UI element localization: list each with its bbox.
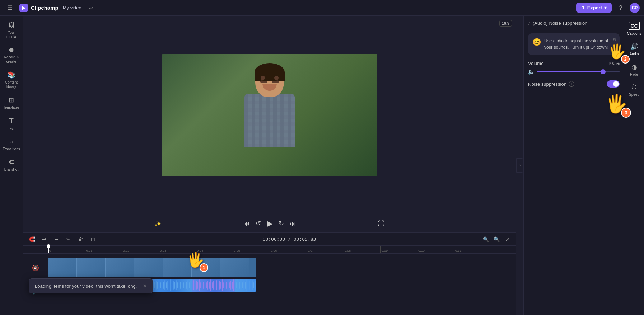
ruler-marks: 0 0:01 0:02 0:03 0:04 0:05 0:06 0:07 0:0… <box>48 246 491 253</box>
svg-rect-132 <box>236 282 237 288</box>
svg-rect-99 <box>190 281 191 290</box>
sidebar-item-text[interactable]: T Text <box>1 114 22 134</box>
avatar[interactable]: CP <box>630 3 640 13</box>
topbar-actions: ⬆ Export ▾ ? CP <box>576 3 640 13</box>
cut-tool[interactable]: ✂ <box>64 235 73 244</box>
aspect-ratio-badge[interactable]: 16:9 <box>499 20 512 27</box>
fit-timeline-button[interactable]: ⤢ <box>503 235 512 244</box>
svg-rect-126 <box>228 280 228 290</box>
video-title-button[interactable]: My video <box>63 5 81 10</box>
rewind-button[interactable]: ↺ <box>252 218 264 229</box>
playhead[interactable] <box>48 246 49 253</box>
sidebar-item-transitions[interactable]: ↔ Transitions <box>1 135 22 154</box>
svg-rect-82 <box>166 282 167 288</box>
fade-icon: ◑ <box>631 63 637 71</box>
video-track[interactable] <box>48 258 256 277</box>
tooltip-card: 😊 Use audio to adjust the volume of your… <box>528 33 620 55</box>
video-thumb-3 <box>106 258 134 277</box>
rstrip-tab-speed[interactable]: ⏱ Speed <box>625 81 643 99</box>
export-button[interactable]: ⬆ Export ▾ <box>576 3 612 13</box>
right-icon-strip: CC Captions 🔊 Audio ◑ Fade ⏱ Speed <box>624 16 644 315</box>
svg-rect-84 <box>169 282 169 289</box>
sidebar-item-record-create[interactable]: ⏺ Record & create <box>1 43 22 67</box>
ruler-mark-2: 0:02 <box>122 246 159 253</box>
ruler-mark-6: 0:06 <box>270 246 307 253</box>
playhead-handle[interactable] <box>47 244 50 248</box>
sidebar-item-templates[interactable]: ⊞ Templates <box>1 93 22 113</box>
split-tool[interactable]: ⊡ <box>88 235 98 244</box>
toast-notification: Loading items for your video, this won't… <box>29 278 153 293</box>
menu-icon: ☰ <box>7 4 12 11</box>
timeline-ruler: 0 0:01 0:02 0:03 0:04 0:05 0:06 0:07 0:0… <box>23 246 516 254</box>
svg-rect-140 <box>248 282 248 288</box>
captions-icon: CC <box>629 22 639 30</box>
export-chevron-icon: ▾ <box>604 5 607 10</box>
collapse-panel-button[interactable]: › <box>516 158 523 173</box>
preview-area: 16:9 <box>23 16 516 215</box>
svg-rect-141 <box>249 281 250 290</box>
rstrip-tab-audio[interactable]: 🔊 Audio <box>625 40 643 59</box>
noise-suppression-row: Noise suppression i <box>528 80 620 88</box>
fast-forward-button[interactable]: ↻ <box>275 218 287 229</box>
play-button[interactable]: ▶ <box>264 218 275 229</box>
magnet-tool[interactable]: 🧲 <box>27 235 37 244</box>
video-track-label: 🔇 <box>23 258 48 277</box>
video-thumb-5 <box>163 258 192 277</box>
volume-value: 100% <box>608 61 620 66</box>
ruler-track: 0 0:01 0:02 0:03 0:04 0:05 0:06 0:07 0:0… <box>48 246 491 253</box>
undo-icon-button[interactable]: ↩ <box>86 3 97 13</box>
app-name: Clipchamp <box>31 5 59 11</box>
app-logo: ▶ Clipchamp <box>19 4 59 12</box>
rstrip-tab-fade[interactable]: ◑ Fade <box>625 60 643 79</box>
rstrip-tab-captions[interactable]: CC Captions <box>625 19 643 38</box>
sidebar: 🖼 Your media ⏺ Record & create 📚 Content… <box>0 16 23 315</box>
music-note-icon: ♪ <box>528 20 531 26</box>
toast-close-button[interactable]: ✕ <box>143 283 147 289</box>
svg-rect-75 <box>156 281 157 290</box>
sidebar-item-your-media[interactable]: 🖼 Your media <box>1 19 22 42</box>
video-thumb-6 <box>192 258 220 277</box>
svg-rect-128 <box>230 281 231 290</box>
svg-rect-109 <box>203 282 204 289</box>
help-button[interactable]: ? <box>615 3 626 13</box>
text-icon: T <box>9 117 13 125</box>
export-icon: ⬆ <box>581 5 585 10</box>
volume-slider-thumb[interactable] <box>601 69 606 74</box>
svg-rect-98 <box>189 282 190 288</box>
svg-rect-118 <box>216 280 217 290</box>
skip-to-start-button[interactable]: ⏮ <box>241 218 252 229</box>
right-panel-content: ♪ (Audio) Noise suppression 😊 Use audio … <box>524 16 624 315</box>
svg-rect-138 <box>245 282 246 289</box>
speed-icon: ⏱ <box>631 84 638 91</box>
ruler-mark-7: 0:07 <box>307 246 344 253</box>
noise-suppression-info-icon[interactable]: i <box>569 81 574 87</box>
redo-tool[interactable]: ↪ <box>52 235 61 244</box>
undo-tool[interactable]: ↩ <box>39 235 49 244</box>
svg-rect-93 <box>182 279 182 291</box>
svg-rect-92 <box>180 282 181 289</box>
menu-button[interactable]: ☰ <box>4 3 15 13</box>
zoom-out-button[interactable]: 🔍 <box>481 235 490 244</box>
fullscreen-button[interactable]: ⛶ <box>375 218 387 229</box>
ruler-mark-9: 0:09 <box>380 246 417 253</box>
sidebar-item-brand-kit[interactable]: 🏷 Brand kit <box>1 156 22 175</box>
sidebar-item-content-library[interactable]: 📚 Content library <box>1 68 22 92</box>
video-thumb-2 <box>77 258 106 277</box>
svg-rect-107 <box>200 282 201 288</box>
brand-kit-icon: 🏷 <box>8 159 15 166</box>
timeline-area: 🧲 ↩ ↪ ✂ 🗑 ⊡ 00:00:00 / 00:05.83 🔍 🔍 ⤢ <box>23 232 516 315</box>
delete-tool[interactable]: 🗑 <box>76 235 85 244</box>
svg-rect-110 <box>205 280 205 290</box>
tooltip-close-button[interactable]: ✕ <box>612 36 617 42</box>
skip-to-end-button[interactable]: ⏭ <box>287 218 298 229</box>
zoom-in-button[interactable]: 🔍 <box>492 235 501 244</box>
svg-rect-96 <box>186 282 187 289</box>
svg-rect-120 <box>219 281 220 290</box>
volume-slider[interactable] <box>537 71 620 72</box>
svg-rect-88 <box>174 282 175 289</box>
enhance-button[interactable]: ✨ <box>152 218 164 229</box>
record-create-icon: ⏺ <box>8 46 15 54</box>
svg-rect-142 <box>251 282 251 289</box>
noise-suppression-toggle[interactable] <box>607 80 620 88</box>
video-frame <box>162 54 377 176</box>
